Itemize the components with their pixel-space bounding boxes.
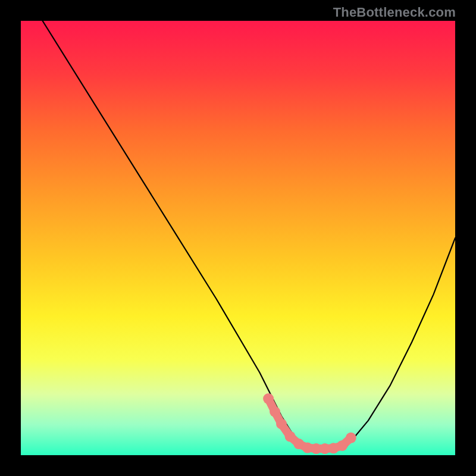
highlight-dot bbox=[276, 418, 287, 429]
highlight-dot bbox=[346, 433, 356, 443]
highlight-dot bbox=[263, 393, 274, 404]
highlight-dots bbox=[263, 393, 356, 454]
chart-svg bbox=[21, 21, 455, 455]
chart-frame: TheBottleneck.com bbox=[0, 0, 476, 476]
watermark-text: TheBottleneck.com bbox=[333, 5, 456, 20]
plot-area bbox=[21, 21, 455, 455]
highlight-dot bbox=[285, 431, 296, 442]
highlight-dot bbox=[270, 406, 280, 417]
bottleneck-curve bbox=[43, 21, 456, 449]
highlight-dot bbox=[337, 440, 347, 451]
